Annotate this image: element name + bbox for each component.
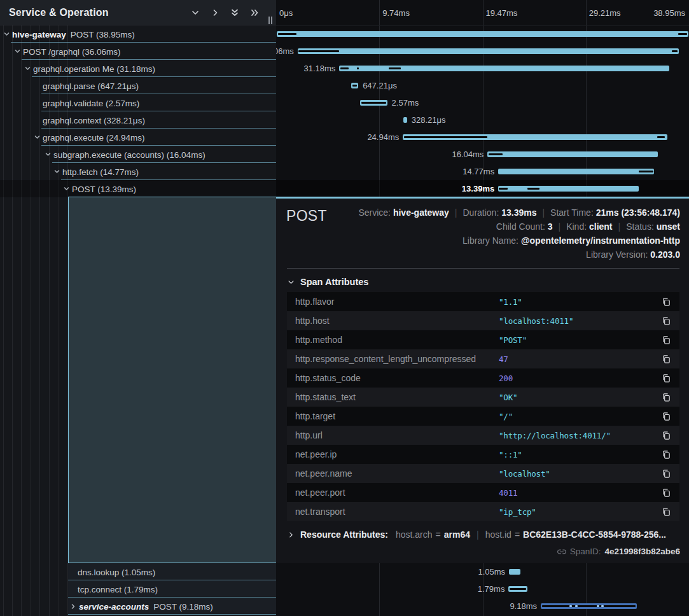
meta-label: Duration: xyxy=(463,207,501,218)
timeline-row[interactable]: 16.04ms xyxy=(276,146,689,163)
timeline-row[interactable]: 31.18ms xyxy=(276,60,689,77)
copy-button[interactable] xyxy=(662,297,671,307)
double-chevron-down-icon xyxy=(230,8,240,18)
collapse-one-button[interactable] xyxy=(190,8,200,18)
collapse-all-button[interactable] xyxy=(230,8,240,18)
copy-button[interactable] xyxy=(662,469,671,479)
span-detail-left-block[interactable] xyxy=(68,197,276,563)
span-duration-label: 2.57ms xyxy=(392,94,419,111)
tree-row[interactable]: graphql.execute (24.94ms) xyxy=(0,129,276,146)
span-name-label: graphql.execute (24.94ms) xyxy=(43,132,145,142)
meta-value: 0.203.0 xyxy=(650,249,680,260)
timeline-row[interactable]: 1.79ms xyxy=(276,580,689,598)
timeline-row[interactable]: 36.06ms xyxy=(276,43,689,60)
attribute-row: http.flavor"1.1" xyxy=(287,292,679,311)
timeline-row[interactable]: 1.05ms xyxy=(276,563,689,580)
copy-icon xyxy=(662,412,671,421)
span-id-row: SpanID: 4e21998f3b82abe6 xyxy=(286,547,680,556)
copy-icon xyxy=(662,335,671,345)
chevron-down-icon[interactable] xyxy=(3,31,10,38)
chevron-down-icon[interactable] xyxy=(45,151,52,158)
child-span-marker xyxy=(361,102,386,104)
chevron-down-icon xyxy=(190,8,200,18)
child-span-marker xyxy=(389,67,401,69)
chevron-right-icon[interactable] xyxy=(70,603,77,610)
copy-button[interactable] xyxy=(662,316,671,326)
chevron-right-icon xyxy=(210,8,220,18)
tree-row[interactable]: POST /graphql (36.06ms) xyxy=(0,43,276,60)
span-bar[interactable] xyxy=(403,117,407,123)
tree-row[interactable]: service-accountsPOST (9.18ms) xyxy=(0,598,276,615)
copy-icon xyxy=(662,374,671,383)
chevron-down-icon[interactable] xyxy=(24,65,31,72)
copy-button[interactable] xyxy=(662,354,671,364)
attribute-key: http.status_text xyxy=(295,392,499,402)
service-name: hive-gateway xyxy=(12,29,66,39)
copy-button[interactable] xyxy=(662,393,671,402)
span-bar[interactable] xyxy=(487,151,657,157)
copy-button[interactable] xyxy=(662,507,671,517)
service-name: service-accounts xyxy=(79,601,149,611)
span-detail-title: POST xyxy=(286,206,327,225)
copy-button[interactable] xyxy=(662,431,671,440)
copy-icon xyxy=(662,507,671,517)
copy-button[interactable] xyxy=(662,450,671,459)
chevron-down-icon[interactable] xyxy=(53,168,60,175)
meta-label: Child Count: xyxy=(496,221,548,232)
timeline-row[interactable]: 24.94ms xyxy=(276,129,689,146)
span-attributes-header[interactable]: Span Attributes xyxy=(288,277,680,287)
tree-row[interactable]: graphql.context (328.21μs) xyxy=(0,111,276,129)
meta-value: 13.39ms xyxy=(501,207,536,218)
tree-row[interactable]: tcp.connect (1.79ms) xyxy=(0,580,276,598)
tree-row[interactable]: POST (13.39ms) xyxy=(0,180,276,197)
attribute-row: net.peer.port4011 xyxy=(287,483,679,502)
chevron-down-icon[interactable] xyxy=(34,134,41,141)
span-bar[interactable] xyxy=(298,48,679,54)
meta-separator: | xyxy=(553,221,567,232)
meta-separator: | xyxy=(536,207,550,218)
span-bar[interactable] xyxy=(277,31,688,37)
resource-attributes-row[interactable]: Resource Attributes: host.arch=arm64|hos… xyxy=(288,529,679,540)
timeline-row[interactable]: 13.39ms xyxy=(276,180,689,197)
span-bar[interactable] xyxy=(509,569,520,575)
ruler-tick: 19.47ms xyxy=(483,0,518,25)
expand-all-button[interactable] xyxy=(249,8,260,18)
chevron-down-icon[interactable] xyxy=(63,185,70,192)
copy-button[interactable] xyxy=(662,374,671,383)
attribute-key: http.method xyxy=(295,335,499,345)
tree-row[interactable]: graphql.operation Me (31.18ms) xyxy=(0,60,276,77)
copy-button[interactable] xyxy=(662,412,671,421)
timeline-row[interactable]: 14.77ms xyxy=(276,163,689,180)
timeline-row[interactable]: 2.57ms xyxy=(276,94,689,111)
resource-equals: = xyxy=(433,529,444,540)
span-duration-label: 14.77ms xyxy=(463,163,494,180)
span-bar[interactable] xyxy=(498,186,639,192)
span-name-label: graphql.validate (2.57ms) xyxy=(43,98,139,108)
double-chevron-right-icon xyxy=(249,8,260,18)
meta-separator: | xyxy=(449,207,463,218)
timeline-row[interactable]: 647.21μs xyxy=(276,77,689,94)
copy-button[interactable] xyxy=(662,335,671,345)
panel-resize-handle[interactable] xyxy=(268,17,274,24)
copy-icon xyxy=(662,354,671,364)
tree-row[interactable]: subgraph.execute (accounts) (16.04ms) xyxy=(0,146,276,163)
tree-row[interactable]: dns.lookup (1.05ms) xyxy=(0,563,276,580)
copy-icon xyxy=(662,316,671,326)
tree-row[interactable]: http.fetch (14.77ms) xyxy=(0,163,276,180)
tree-row[interactable]: hive-gatewayPOST (38.95ms) xyxy=(0,25,276,43)
timeline-row[interactable]: 328.21μs xyxy=(276,111,689,129)
timeline-row[interactable]: 38.95ms xyxy=(276,25,689,43)
attribute-value: 200 xyxy=(499,374,662,383)
span-attributes-table: http.flavor"1.1"http.host"localhost:4011… xyxy=(287,292,679,521)
tree-row[interactable]: graphql.validate (2.57ms) xyxy=(0,94,276,111)
copy-button[interactable] xyxy=(662,488,671,498)
chevron-down-icon[interactable] xyxy=(14,48,21,55)
span-bar[interactable] xyxy=(498,169,654,174)
copy-icon xyxy=(662,393,671,402)
span-name-label: hive-gatewayPOST (38.95ms) xyxy=(12,29,135,39)
tree-row[interactable]: graphql.parse (647.21μs) xyxy=(0,77,276,94)
attribute-row: http.target"/" xyxy=(287,407,679,426)
timeline-row[interactable]: 9.18ms xyxy=(276,598,689,615)
attribute-key: net.peer.name xyxy=(295,468,499,479)
expand-one-button[interactable] xyxy=(210,8,220,18)
